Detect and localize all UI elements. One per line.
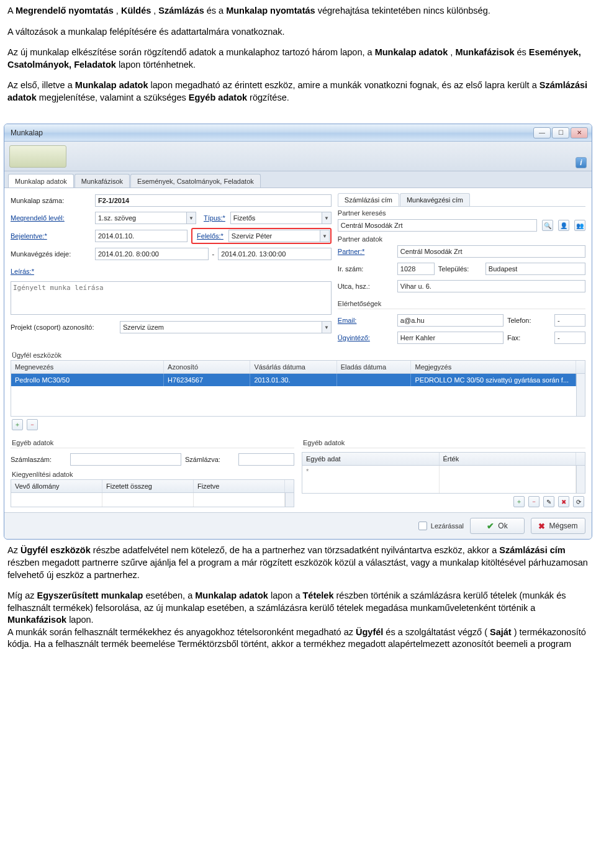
szamlazva-input[interactable]: [238, 453, 294, 466]
td-vasarlas: 2013.01.30.: [250, 374, 336, 386]
add-row-icon[interactable]: ＋: [12, 419, 23, 430]
td-eladas: [337, 374, 412, 386]
fax-input[interactable]: [554, 332, 585, 344]
window-controls: — ☐ ✕: [533, 127, 588, 138]
egyeb-left-title: Egyéb adatok: [12, 439, 294, 446]
leiras-textarea[interactable]: [11, 281, 332, 315]
th-azonosito[interactable]: Azonosító: [164, 361, 250, 373]
table-row[interactable]: [302, 479, 576, 493]
delete-icon[interactable]: ✖: [558, 496, 569, 507]
email-label: Email:: [338, 317, 394, 324]
irszam-label: Ir. szám:: [338, 265, 394, 273]
tipus-input[interactable]: [230, 212, 322, 224]
ok-label: Ok: [498, 522, 507, 530]
th-megnevezes[interactable]: Megnevezés: [11, 361, 164, 373]
utca-input[interactable]: [397, 280, 585, 292]
table-row[interactable]: Pedrollo MC30/50 H76234567 2013.01.30. P…: [11, 374, 576, 386]
felelos-highlight: Felelős:* ▼: [191, 228, 332, 244]
bejelentve-input[interactable]: [95, 230, 187, 242]
projekt-label: Projekt (csoport) azonosító:: [11, 323, 116, 331]
chevron-down-icon[interactable]: ▼: [322, 321, 332, 333]
tab-munkalap-adatok[interactable]: Munkalap adatok: [8, 174, 74, 188]
partner-kereses-input[interactable]: [338, 219, 537, 232]
vertical-scrollbar[interactable]: [576, 374, 585, 416]
ugyintezo-label: Ügyintéző:: [338, 334, 394, 341]
cancel-button[interactable]: ✖ Mégsem: [531, 518, 585, 534]
egyeb-adatok-left: Egyéb adatok Számlaszám: Számlázva: Kieg…: [11, 435, 294, 512]
munkavegzes-sep: -: [212, 250, 215, 258]
app-logo: [9, 145, 66, 168]
titlebar: Munkalap — ☐ ✕: [4, 124, 592, 142]
munkalap-szama-input[interactable]: [95, 194, 332, 207]
chevron-down-icon[interactable]: ▼: [186, 212, 196, 224]
document-text-bottom: Az Ügyfél eszközök részbe adatfelvétel n…: [0, 540, 596, 671]
munkavegzes-from-input[interactable]: [95, 248, 209, 260]
search-icon[interactable]: 🔍: [542, 220, 553, 231]
partner-add-icon[interactable]: 👤: [558, 220, 569, 231]
th-egyeb-adat[interactable]: Egyéb adat: [302, 453, 440, 465]
vertical-scrollbar[interactable]: [285, 493, 294, 507]
partner-group-icon[interactable]: 👥: [574, 220, 585, 231]
irszam-input[interactable]: [397, 263, 435, 275]
table-header: Megnevezés Azonosító Vásárlás dátuma Ela…: [11, 361, 585, 374]
ugyintezo-input[interactable]: [397, 332, 503, 344]
th-vasarlas[interactable]: Vásárlás dátuma: [250, 361, 336, 373]
close-icon: ✖: [538, 522, 545, 531]
megrendelo-level-input[interactable]: [95, 212, 186, 224]
table-row[interactable]: [11, 493, 285, 507]
felelos-input[interactable]: [228, 230, 320, 242]
doc-p1-b1: Megrendelő nyomtatás: [16, 6, 114, 16]
partner-input[interactable]: [397, 245, 585, 258]
chevron-down-icon[interactable]: ▼: [320, 230, 330, 242]
doc-p1-a: A: [7, 6, 16, 16]
th-eladas[interactable]: Eladás dátuma: [337, 361, 412, 373]
vertical-scrollbar[interactable]: [576, 466, 585, 493]
td-azonosito: H76234567: [164, 374, 250, 386]
th-vevo[interactable]: Vevő állomány: [11, 480, 102, 492]
email-input[interactable]: [397, 314, 503, 327]
info-icon[interactable]: i: [576, 157, 587, 168]
telefon-input[interactable]: [554, 314, 585, 327]
refresh-icon[interactable]: ⟳: [573, 496, 584, 507]
kiegy-table: Vevő állomány Fizetett összeg Fizetve: [11, 479, 294, 507]
maximize-button[interactable]: ☐: [552, 127, 569, 138]
ok-button[interactable]: ✔ Ok: [470, 518, 525, 534]
minimize-button[interactable]: —: [533, 127, 551, 138]
eszkoz-toolbar: ＋ －: [11, 417, 585, 435]
table-row[interactable]: *: [302, 466, 576, 479]
egyeb-right-table: Egyéb adat Érték *: [302, 452, 585, 494]
partner-label: Partner:*: [338, 248, 394, 255]
szamlaszam-input[interactable]: [70, 453, 181, 466]
munkavegzes-to-input[interactable]: [218, 248, 332, 260]
telepules-input[interactable]: [485, 263, 585, 275]
edit-icon[interactable]: ✎: [543, 496, 554, 507]
doc-p1-b3: Számlázás: [158, 6, 204, 16]
add-icon[interactable]: ＋: [513, 496, 525, 507]
tab-munkafazisok[interactable]: Munkafázisok: [74, 174, 130, 188]
sub-tab-szamlazasi[interactable]: Számlázási cím: [338, 193, 399, 206]
th-fizetett[interactable]: Fizetett összeg: [102, 480, 194, 492]
projekt-input[interactable]: [120, 321, 322, 333]
chevron-down-icon[interactable]: ▼: [322, 212, 332, 224]
app-body: Munkalap száma: Megrendelő levél: ▼ Típu…: [4, 188, 592, 512]
lezarassal-checkbox[interactable]: Lezárással: [418, 522, 464, 530]
th-ertek[interactable]: Érték: [440, 453, 577, 465]
munkalap-szama-label: Munkalap száma:: [11, 197, 91, 204]
egyeb-right-title: Egyéb adatok: [303, 439, 585, 446]
th-megjegyzes[interactable]: Megjegyzés: [411, 361, 576, 373]
partner-adatok-title: Partner adatok: [338, 235, 585, 243]
ugyfel-eszkozok-table: Megnevezés Azonosító Vásárlás dátuma Ela…: [11, 360, 585, 417]
sub-tab-munkavegzesi[interactable]: Munkavégzési cím: [400, 193, 470, 206]
td-megnevezes: Pedrollo MC30/50: [11, 374, 164, 386]
tipus-label: Típus:*: [200, 212, 227, 224]
ugyfel-eszkozok-title: Ügyfél eszközök: [12, 351, 585, 359]
doc-p1-b2: Küldés: [121, 6, 151, 16]
delete-row-icon[interactable]: －: [27, 419, 38, 430]
tab-esemenyek[interactable]: Események, Csatolmányok, Feladatok: [130, 174, 261, 188]
fax-label: Fax:: [507, 334, 551, 341]
remove-icon[interactable]: －: [528, 496, 540, 507]
kiegy-title: Kiegyenlítési adatok: [12, 471, 294, 478]
telefon-label: Telefon:: [507, 317, 551, 324]
close-button[interactable]: ✕: [571, 127, 588, 138]
th-fizetve[interactable]: Fizetve: [194, 480, 285, 492]
